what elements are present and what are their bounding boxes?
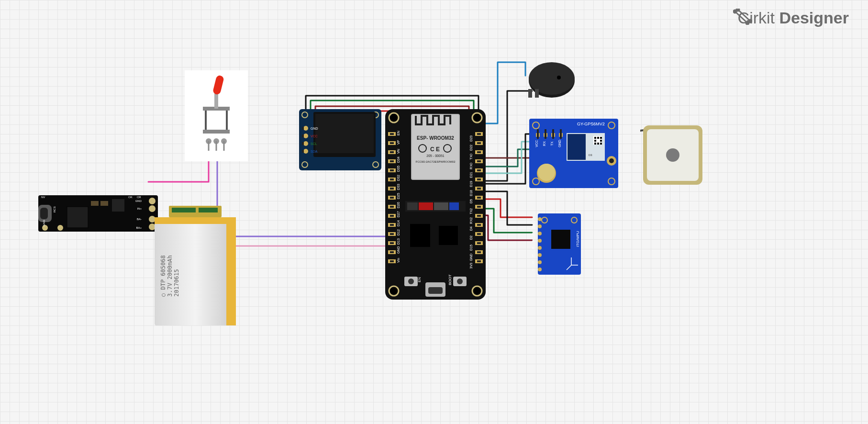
svg-point-50 [302, 162, 308, 167]
svg-rect-42 [226, 217, 236, 325]
svg-point-219 [571, 217, 577, 223]
svg-text:BOOT: BOOT [448, 274, 452, 285]
svg-text:BA-: BA- [137, 218, 142, 221]
svg-rect-181 [477, 133, 481, 135]
svg-text:FCC9D:2AC72ESPWROOM02: FCC9D:2AC72ESPWROOM02 [415, 160, 456, 163]
svg-rect-118 [390, 188, 394, 190]
svg-rect-84 [439, 226, 458, 245]
svg-rect-169 [477, 169, 481, 171]
svg-text:GND: GND [469, 254, 473, 261]
svg-rect-109 [390, 215, 394, 217]
svg-text:SDA: SDA [532, 239, 534, 243]
svg-text:D18: D18 [469, 190, 473, 196]
svg-rect-194 [568, 134, 586, 160]
svg-text:EN: EN [417, 277, 422, 282]
svg-text:D5: D5 [469, 199, 473, 203]
svg-point-191 [533, 178, 539, 185]
svg-rect-61 [302, 142, 304, 145]
svg-text:AD0: AD0 [532, 261, 534, 264]
svg-rect-20 [91, 201, 99, 206]
svg-point-48 [302, 112, 308, 118]
svg-rect-80 [419, 202, 433, 210]
svg-text:RX: RX [543, 141, 546, 146]
svg-rect-220 [551, 230, 570, 249]
svg-text:NV: NV [41, 196, 45, 199]
svg-rect-7 [203, 130, 230, 134]
svg-text:ITG/MPU: ITG/MPU [576, 231, 580, 247]
svg-text:○ DTP 605068: ○ DTP 605068 [160, 255, 167, 297]
svg-point-28 [57, 225, 63, 231]
svg-rect-175 [477, 151, 481, 153]
svg-point-67 [389, 113, 399, 123]
svg-text:D32: D32 [397, 175, 400, 181]
svg-text:TX: TX [550, 141, 554, 145]
svg-rect-83 [410, 224, 430, 247]
svg-text:XDA: XDA [532, 246, 534, 250]
svg-rect-151 [477, 224, 481, 226]
svg-text:GY-GPS6MV2: GY-GPS6MV2 [577, 122, 605, 126]
svg-text:TX0: TX0 [469, 154, 473, 160]
svg-point-189 [533, 122, 539, 129]
svg-point-68 [472, 113, 482, 123]
svg-text:D26: D26 [397, 202, 400, 208]
wire-imu-sda [479, 215, 532, 240]
svg-text:C E: C E [430, 146, 440, 153]
svg-text:RCS: RCS [53, 206, 56, 212]
svg-text:3V3: 3V3 [469, 263, 473, 269]
svg-text:INT: INT [532, 268, 534, 271]
svg-rect-79 [407, 202, 418, 210]
svg-point-57 [303, 134, 308, 138]
svg-point-192 [608, 178, 615, 185]
svg-rect-160 [477, 197, 481, 199]
svg-rect-86 [428, 287, 443, 294]
svg-text:RX0: RX0 [469, 163, 473, 169]
svg-rect-142 [477, 251, 481, 253]
svg-point-69 [389, 286, 399, 296]
svg-point-63 [303, 149, 308, 154]
svg-text:OK: OK [128, 196, 133, 199]
svg-rect-81 [434, 202, 448, 210]
svg-text:BA+: BA+ [136, 226, 142, 229]
svg-rect-163 [477, 188, 481, 190]
svg-point-200 [609, 158, 614, 163]
svg-text:D3: D3 [589, 154, 592, 156]
svg-rect-22 [112, 199, 124, 212]
svg-rect-186 [528, 89, 532, 98]
svg-text:D21: D21 [469, 172, 473, 178]
svg-text:D2: D2 [469, 235, 473, 240]
svg-rect-127 [390, 160, 394, 162]
svg-rect-39 [172, 208, 196, 212]
svg-text:205 - 00051: 205 - 00051 [426, 154, 444, 157]
svg-rect-130 [390, 151, 394, 153]
svg-text:D12: D12 [397, 229, 400, 235]
svg-rect-115 [390, 197, 394, 199]
svg-point-54 [303, 126, 308, 131]
svg-point-231 [538, 239, 542, 243]
svg-rect-206 [545, 129, 546, 139]
svg-point-190 [608, 122, 615, 129]
svg-text:RX2: RX2 [469, 217, 473, 224]
svg-text:D23: D23 [469, 135, 473, 142]
svg-point-216 [666, 148, 679, 162]
svg-text:3.7V 2000mAh: 3.7V 2000mAh [167, 255, 173, 297]
svg-text:VN: VN [397, 149, 400, 154]
svg-text:D35: D35 [397, 166, 400, 172]
wire-buzzer-gnd [479, 91, 532, 181]
svg-text:GND: GND [43, 220, 45, 226]
svg-point-70 [472, 286, 482, 296]
svg-point-90 [457, 279, 463, 284]
circuit-canvas[interactable]: Cirkit Designer [0, 0, 868, 424]
svg-point-185 [557, 76, 561, 79]
svg-point-60 [303, 141, 308, 146]
svg-rect-139 [477, 260, 481, 262]
svg-rect-100 [390, 242, 394, 244]
svg-text:TX2: TX2 [469, 208, 473, 214]
svg-rect-148 [477, 233, 481, 235]
svg-rect-55 [302, 127, 304, 130]
svg-rect-166 [477, 179, 481, 180]
svg-point-229 [538, 232, 542, 235]
svg-rect-172 [477, 160, 481, 162]
svg-rect-157 [477, 206, 481, 208]
svg-text:D25: D25 [397, 193, 400, 199]
svg-text:D13: D13 [397, 238, 400, 245]
